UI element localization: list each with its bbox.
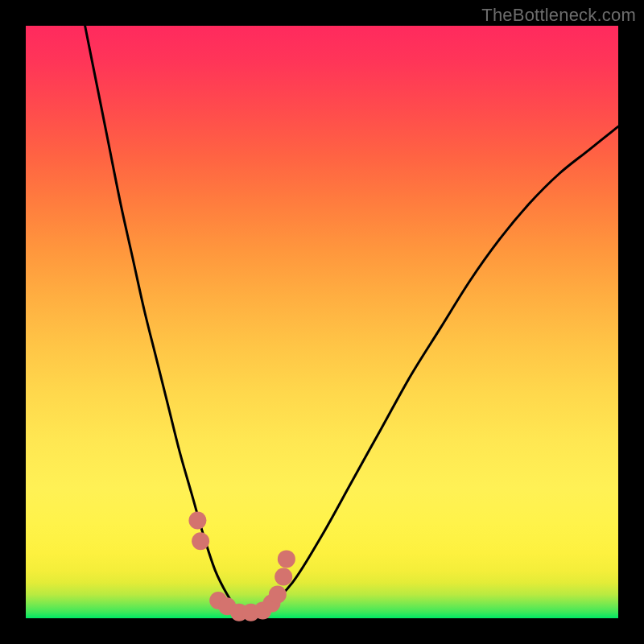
plot-area bbox=[26, 26, 618, 618]
bottleneck-curve-path bbox=[85, 26, 618, 618]
bottleneck-curve bbox=[85, 26, 618, 618]
chart-frame: TheBottleneck.com bbox=[0, 0, 644, 644]
highlight-marker bbox=[275, 568, 292, 585]
watermark-text: TheBottleneck.com bbox=[481, 5, 636, 26]
highlight-marker bbox=[192, 532, 209, 550]
highlight-markers bbox=[188, 512, 295, 621]
highlight-marker bbox=[188, 512, 206, 530]
highlight-marker bbox=[269, 586, 287, 604]
highlight-marker bbox=[278, 550, 295, 568]
curve-svg bbox=[26, 26, 618, 618]
